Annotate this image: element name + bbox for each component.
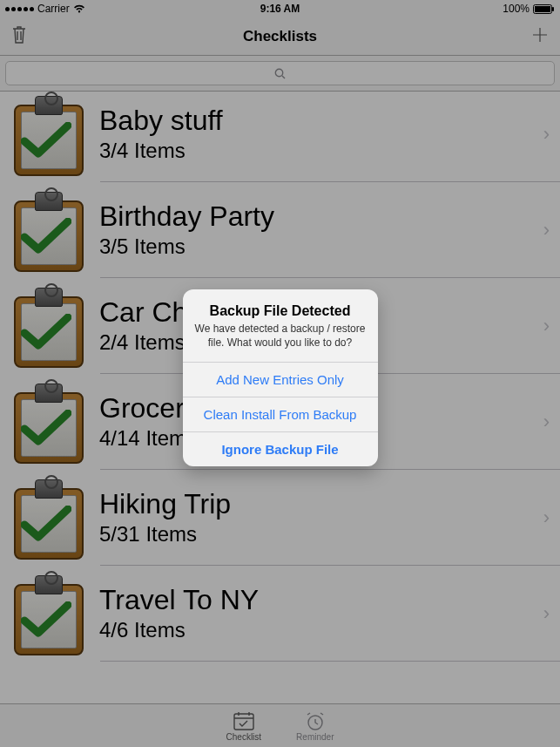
alert-add-new-button[interactable]: Add New Entries Only: [183, 362, 378, 397]
alert-title: Backup File Detected: [195, 303, 366, 319]
alert-clean-install-button[interactable]: Clean Install From Backup: [183, 397, 378, 431]
alert-dialog: Backup File Detected We have detected a …: [183, 289, 378, 466]
alert-ignore-button[interactable]: Ignore Backup File: [183, 431, 378, 466]
alert-message: We have detected a backup / restore file…: [195, 323, 366, 350]
